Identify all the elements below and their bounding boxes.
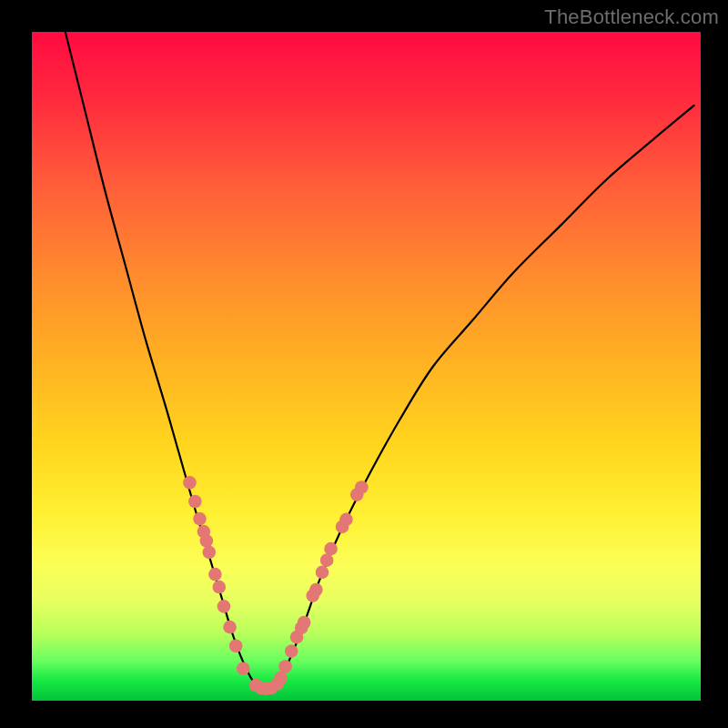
highlighted-points [183,476,369,695]
marker-dot [339,513,353,527]
marker-dot [200,534,214,548]
marker-dot [188,495,202,509]
marker-dot [183,476,197,490]
marker-dot [285,644,298,658]
plot-svg [32,32,701,701]
marker-dot [274,672,288,685]
marker-dot [355,480,369,494]
marker-dot [229,639,243,652]
marker-dot [193,512,207,526]
bottleneck-curve [66,32,694,693]
watermark-text: TheBottleneck.com [544,5,719,29]
marker-dot [208,568,222,581]
plot-area [32,32,701,701]
marker-dot [223,621,237,634]
marker-dot [316,566,329,580]
marker-dot [320,553,334,567]
marker-dot [202,546,216,560]
marker-dot [298,616,311,630]
marker-dot [278,660,292,673]
marker-dot [237,662,250,675]
marker-dot [324,542,338,556]
marker-dot [217,600,231,613]
marker-dot [213,581,227,594]
marker-dot [309,583,323,597]
chart-frame: TheBottleneck.com [0,0,728,728]
